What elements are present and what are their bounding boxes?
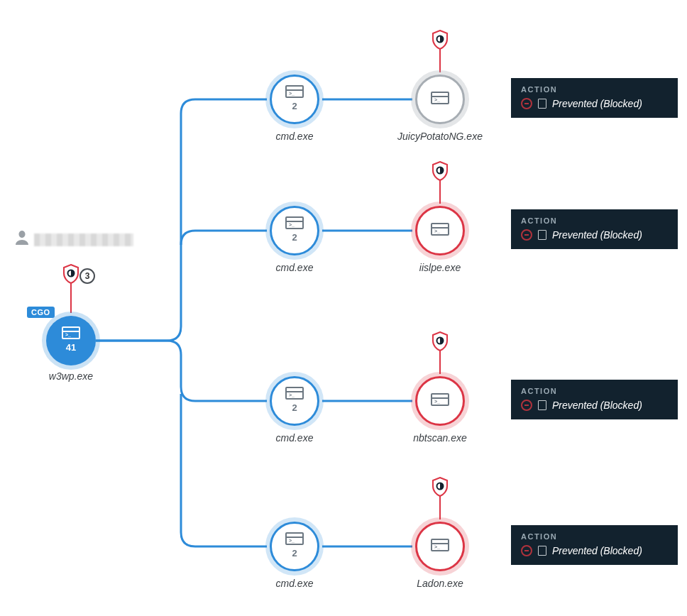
shield-icon <box>432 161 449 181</box>
document-icon <box>538 400 546 410</box>
terminal-icon <box>431 223 449 236</box>
process-leaf-node[interactable] <box>415 206 465 255</box>
action-status: Prevented (Blocked) <box>552 229 642 241</box>
mid-label: cmd.exe <box>238 578 351 589</box>
root-badge-count: 3 <box>79 268 95 284</box>
action-panel: ACTION Prevented (Blocked) <box>511 380 678 419</box>
stop-icon <box>521 98 532 109</box>
shield-icon <box>432 30 449 50</box>
action-status: Prevented (Blocked) <box>552 98 642 109</box>
action-panel: ACTION Prevented (Blocked) <box>511 78 678 118</box>
process-mid-node[interactable]: 2 <box>270 376 319 426</box>
terminal-icon <box>431 539 449 551</box>
action-header: ACTION <box>521 532 668 541</box>
process-mid-node[interactable]: 2 <box>270 75 319 124</box>
mid-count: 2 <box>292 101 297 111</box>
action-status: Prevented (Blocked) <box>552 400 642 411</box>
process-leaf-node[interactable] <box>415 522 465 571</box>
terminal-icon <box>285 216 304 229</box>
shield-icon <box>62 264 79 284</box>
mid-label: cmd.exe <box>238 131 351 142</box>
action-panel: ACTION Prevented (Blocked) <box>511 525 678 565</box>
shield-icon <box>432 477 449 497</box>
leaf-label: JuicyPotatoNG.exe <box>383 131 497 142</box>
document-icon <box>538 99 546 109</box>
username-redacted <box>34 233 133 246</box>
stop-icon <box>521 229 532 241</box>
terminal-icon <box>431 92 449 104</box>
action-header: ACTION <box>521 216 668 225</box>
mid-count: 2 <box>292 548 297 559</box>
stop-icon <box>521 545 532 556</box>
terminal-icon <box>431 393 449 406</box>
stop-icon <box>521 400 532 411</box>
action-header: ACTION <box>521 387 668 395</box>
user-icon <box>16 231 28 248</box>
terminal-icon <box>285 387 304 400</box>
mid-label: cmd.exe <box>238 432 351 444</box>
process-mid-node[interactable]: 2 <box>270 522 319 571</box>
action-panel: ACTION Prevented (Blocked) <box>511 209 678 249</box>
process-root-node[interactable]: 41 <box>46 316 96 365</box>
mid-count: 2 <box>292 232 297 243</box>
cgo-tag: CGO <box>27 307 55 318</box>
leaf-label: nbtscan.exe <box>383 432 497 444</box>
mid-label: cmd.exe <box>238 262 351 273</box>
user-row <box>16 231 133 248</box>
process-leaf-node[interactable] <box>415 376 465 426</box>
root-count: 41 <box>66 342 76 353</box>
terminal-icon <box>285 532 304 545</box>
terminal-icon <box>62 326 80 339</box>
root-label: w3wp.exe <box>14 370 128 382</box>
document-icon <box>538 230 546 240</box>
terminal-icon <box>285 85 304 98</box>
process-leaf-node[interactable] <box>415 75 465 124</box>
action-status: Prevented (Blocked) <box>552 545 642 556</box>
leaf-label: Ladon.exe <box>383 578 497 589</box>
process-mid-node[interactable]: 2 <box>270 206 319 255</box>
action-header: ACTION <box>521 85 668 94</box>
mid-count: 2 <box>292 402 297 413</box>
leaf-label: iislpe.exe <box>383 262 497 273</box>
shield-icon <box>432 331 449 351</box>
document-icon <box>538 546 546 556</box>
